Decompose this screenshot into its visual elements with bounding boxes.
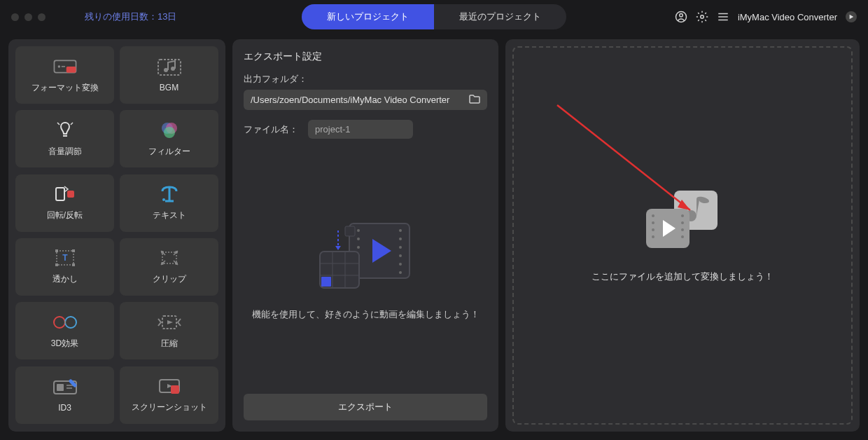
dropzone-caption: ここにファイルを追加して変換しましょう！: [592, 270, 774, 283]
tool-label: フィルター: [148, 146, 190, 158]
filter-icon: [156, 121, 183, 140]
id3-icon: [52, 378, 78, 397]
tool-id3[interactable]: ID3: [15, 366, 114, 424]
svg-point-33: [175, 262, 178, 265]
svg-point-55: [399, 246, 402, 249]
tool-compress[interactable]: 圧縮: [120, 302, 218, 359]
main-content: フォーマット変換 BGM 音量調節 フィルター 回転/反転: [0, 34, 868, 440]
account-icon[interactable]: [675, 11, 687, 23]
svg-rect-24: [55, 249, 58, 252]
svg-rect-25: [72, 249, 75, 252]
tab-new-project[interactable]: 新しいプロジェクト: [302, 4, 434, 29]
output-folder-path: /Users/zoen/Documents/iMyMac Video Conve…: [251, 95, 463, 105]
svg-rect-26: [55, 263, 58, 266]
svg-point-58: [399, 271, 402, 274]
tool-screenshot[interactable]: スクリーンショット: [120, 366, 218, 424]
svg-rect-19: [56, 188, 64, 200]
svg-line-68: [557, 105, 690, 210]
svg-point-1: [680, 14, 683, 18]
tool-volume[interactable]: 音量調節: [15, 110, 114, 167]
tool-label: 圧縮: [161, 338, 178, 350]
tool-label: ID3: [58, 403, 71, 413]
svg-line-15: [71, 123, 73, 125]
tool-label: クリップ: [153, 273, 186, 285]
svg-point-32: [161, 262, 164, 265]
tool-rotate-flip[interactable]: 回転/反転: [15, 174, 114, 232]
svg-point-49: [357, 246, 360, 249]
tool-filter[interactable]: フィルター: [120, 110, 218, 167]
svg-point-54: [399, 238, 402, 240]
minimize-window-button[interactable]: [24, 13, 32, 21]
text-icon: [156, 184, 183, 204]
svg-point-22: [162, 198, 165, 201]
svg-rect-20: [67, 191, 74, 198]
format-convert-icon: [52, 57, 78, 76]
tool-text[interactable]: テキスト: [120, 174, 218, 232]
dropzone[interactable]: ここにファイルを追加して変換しましょう！: [512, 46, 853, 425]
svg-marker-38: [167, 320, 173, 324]
svg-marker-6: [850, 15, 854, 19]
svg-rect-40: [57, 384, 64, 391]
tool-label: テキスト: [153, 209, 186, 221]
app-logo-icon: [846, 11, 857, 22]
tool-label: 3D効果: [51, 338, 78, 350]
maximize-window-button[interactable]: [38, 13, 46, 21]
svg-rect-8: [66, 67, 76, 73]
export-settings-panel: エクスポート設定 出力フォルダ： /Users/zoen/Documents/i…: [232, 39, 498, 432]
project-tabs: 新しいプロジェクト 最近のプロジェクト: [302, 4, 566, 29]
titlebar-right: iMyMac Video Converter: [675, 11, 857, 23]
svg-point-34: [54, 317, 65, 328]
tool-3d[interactable]: 3D効果: [15, 302, 114, 359]
output-folder-label: 出力フォルダ：: [244, 73, 487, 85]
tool-label: スクリーンショット: [132, 401, 207, 413]
app-title: iMyMac Video Converter: [738, 12, 837, 22]
tool-watermark[interactable]: T 透かし: [15, 238, 114, 296]
browse-folder-icon[interactable]: [469, 94, 480, 106]
tool-clip[interactable]: クリップ: [120, 238, 218, 296]
export-panel-title: エクスポート設定: [244, 50, 487, 63]
screenshot-icon: [156, 376, 183, 396]
svg-point-9: [57, 65, 59, 67]
compress-icon: [156, 312, 183, 332]
tool-label: フォーマット変換: [31, 82, 99, 94]
tool-label: 音量調節: [48, 146, 82, 158]
svg-line-14: [57, 123, 59, 125]
svg-point-48: [357, 238, 360, 240]
svg-rect-65: [321, 277, 331, 287]
tools-sidebar: フォーマット変換 BGM 音量調節 フィルター 回転/反転: [8, 39, 225, 432]
svg-point-57: [399, 263, 402, 266]
dropzone-panel: ここにファイルを追加して変換しましょう！: [505, 39, 860, 432]
svg-point-76: [652, 235, 654, 238]
close-window-button[interactable]: [11, 13, 19, 21]
menu-icon[interactable]: [717, 11, 729, 23]
bgm-icon: [156, 57, 183, 77]
svg-rect-27: [72, 263, 75, 266]
svg-point-2: [701, 15, 704, 19]
export-button[interactable]: エクスポート: [244, 394, 487, 420]
threed-icon: [52, 312, 78, 332]
edit-illustration-icon: [313, 218, 418, 295]
tool-label: 透かし: [52, 273, 78, 285]
trial-remaining-label: 残りの使用日数：13日: [85, 11, 176, 23]
tool-bgm[interactable]: BGM: [120, 46, 218, 104]
crop-icon: [156, 248, 183, 268]
tool-label: BGM: [160, 83, 178, 92]
filename-label: ファイル名：: [244, 123, 298, 136]
svg-point-47: [357, 229, 360, 232]
svg-point-35: [65, 317, 76, 328]
watermark-icon: T: [52, 248, 78, 268]
tool-label: 回転/反転: [47, 209, 83, 221]
tab-recent-project[interactable]: 最近のプロジェクト: [434, 4, 566, 29]
svg-rect-67: [345, 226, 355, 236]
output-folder-row[interactable]: /Users/zoen/Documents/iMyMac Video Conve…: [244, 90, 487, 110]
svg-point-80: [681, 235, 684, 238]
settings-icon[interactable]: [696, 11, 708, 23]
tool-format-convert[interactable]: フォーマット変換: [15, 46, 114, 104]
arrow-annotation-icon: [550, 98, 711, 231]
rotate-icon: [52, 184, 78, 204]
titlebar: 残りの使用日数：13日 新しいプロジェクト 最近のプロジェクト iMyMac V…: [0, 0, 868, 34]
svg-point-30: [161, 251, 164, 254]
filename-input[interactable]: [308, 120, 413, 139]
svg-rect-45: [171, 385, 179, 394]
edit-illustration: 機能を使用して、好きのように動画を編集しましょう！: [244, 146, 487, 394]
